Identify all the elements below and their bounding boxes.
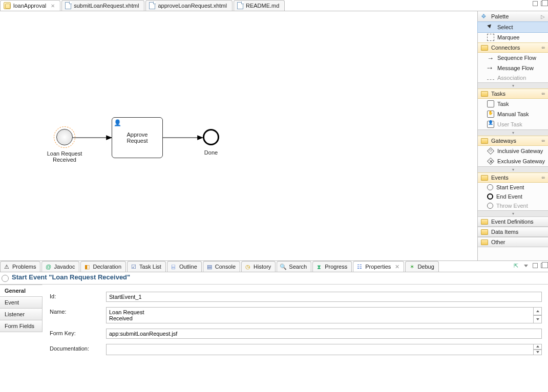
palette-scroll-down[interactable] <box>478 166 548 172</box>
end-event-node[interactable] <box>203 129 219 145</box>
editor-tab-label: submitLoanRequest.xhtml <box>74 3 139 9</box>
documentation-spinner[interactable] <box>534 344 542 355</box>
maximize-icon[interactable] <box>541 1 546 6</box>
file-icon <box>237 2 243 9</box>
editor-tab-readme[interactable]: README.md <box>234 0 285 11</box>
view-menu-button[interactable]: ⇱ <box>512 262 519 269</box>
palette-item-excgw[interactable]: Exclusive Gateway <box>478 156 548 166</box>
palette-item-label: User Task <box>497 121 522 127</box>
formkey-field[interactable] <box>106 329 542 339</box>
palette-item-endevent[interactable]: End Event <box>478 192 548 201</box>
view-tab-declaration[interactable]: ◧Declaration <box>80 261 126 272</box>
palette-item-label: Marquee <box>497 34 519 40</box>
message-flow-icon <box>487 64 494 72</box>
name-label: Name: <box>50 307 106 315</box>
throw-event-icon <box>487 203 493 209</box>
palette-item-label: Message Flow <box>497 65 534 71</box>
palette-item-throwevent[interactable]: Throw Event <box>478 201 548 210</box>
folder-icon <box>481 229 488 235</box>
problems-icon: ⚠ <box>3 263 10 270</box>
view-tab-label: Console <box>215 264 236 270</box>
palette-drawer-gateways[interactable]: Gateways ∞ <box>478 136 548 146</box>
outline-icon: ⌸ <box>170 263 177 270</box>
editor-tab-approveloan[interactable]: approveLoanRequest.xhtml <box>145 0 233 11</box>
folder-icon <box>481 91 488 97</box>
close-icon[interactable]: ✕ <box>51 3 55 9</box>
view-tab-search[interactable]: 🔍Search <box>277 261 311 272</box>
id-field[interactable] <box>106 292 542 302</box>
palette-item-msgflow[interactable]: Message Flow <box>478 63 548 73</box>
marquee-icon <box>487 34 494 41</box>
view-tab-label: Search <box>289 264 307 270</box>
palette-item-manualtask[interactable]: Manual Task <box>478 109 548 119</box>
palette-item-label: Throw Event <box>496 203 528 209</box>
properties-title: Start Event "Loan Request Received" <box>12 274 130 281</box>
name-field[interactable] <box>106 307 534 323</box>
view-tab-label: Task List <box>139 264 161 270</box>
palette-scroll-down[interactable] <box>478 129 548 136</box>
palette-scroll-down[interactable] <box>478 82 548 89</box>
view-tab-history[interactable]: ◷History <box>241 261 276 272</box>
task-icon <box>487 100 494 107</box>
folder-icon <box>481 45 488 51</box>
minimize-icon[interactable] <box>533 263 538 268</box>
view-tab-bar: ⚠Problems @Javadoc ◧Declaration ☑Task Li… <box>0 261 548 272</box>
editor-tab-loanapproval[interactable]: loanApproval ✕ <box>0 0 60 11</box>
properties-tab-formfields[interactable]: Form Fields <box>0 320 43 332</box>
palette-item-label: Association <box>497 75 526 81</box>
palette-item-association[interactable]: Association <box>478 73 548 82</box>
palette-drawer-tasks[interactable]: Tasks ∞ <box>478 89 548 99</box>
task-node-approve[interactable]: 👤 Approve Request <box>112 117 163 158</box>
javadoc-icon: @ <box>45 263 52 270</box>
start-event-icon <box>2 275 9 282</box>
view-tab-tasklist[interactable]: ☑Task List <box>127 261 166 272</box>
palette-item-label: Task <box>497 101 509 107</box>
process-icon <box>4 2 11 9</box>
view-tab-outline[interactable]: ⌸Outline <box>167 261 202 272</box>
palette-tool-marquee[interactable]: Marquee <box>478 32 548 42</box>
palette-item-startevent[interactable]: Start Event <box>478 183 548 192</box>
palette-header[interactable]: Palette ▷ <box>478 11 548 22</box>
file-icon <box>149 2 155 9</box>
file-icon <box>65 2 71 9</box>
minimize-icon[interactable] <box>533 1 538 6</box>
view-tab-label: Javadoc <box>54 264 75 270</box>
palette-drawer-eventdefs[interactable]: Event Definitions <box>478 216 548 227</box>
properties-tab-label: Event <box>5 299 19 306</box>
properties-tab-event[interactable]: Event <box>0 296 43 309</box>
palette-item-usertask[interactable]: User Task <box>478 119 548 129</box>
view-tab-problems[interactable]: ⚠Problems <box>0 261 40 272</box>
editor-tab-label: README.md <box>246 3 279 9</box>
palette-tool-select[interactable]: Select <box>478 22 548 32</box>
palette-item-task[interactable]: Task <box>478 99 548 109</box>
view-tab-label: Debug <box>417 264 434 270</box>
view-tab-progress[interactable]: ⧗Progress <box>312 261 352 272</box>
bpmn-canvas[interactable]: Loan Request Received 👤 Approve Request … <box>0 11 477 260</box>
palette-item-incgw[interactable]: Inclusive Gateway <box>478 146 548 156</box>
properties-tab-general[interactable]: General <box>0 285 43 297</box>
palette-drawer-connectors[interactable]: Connectors ∞ <box>478 42 548 53</box>
formkey-label: Form Key: <box>50 329 106 336</box>
editor-tab-submitloan[interactable]: submitLoanRequest.xhtml <box>61 0 144 11</box>
close-icon[interactable]: ✕ <box>395 264 399 270</box>
palette-drawer-label: Other <box>491 239 505 245</box>
user-task-icon: 👤 <box>114 119 121 126</box>
palette-item-seqflow[interactable]: Sequence Flow <box>478 53 548 63</box>
palette-scroll-down[interactable] <box>478 210 548 216</box>
progress-icon: ⧗ <box>315 263 323 270</box>
start-event-node[interactable] <box>56 129 73 145</box>
properties-tab-label: Form Fields <box>5 323 34 329</box>
view-dropdown-icon[interactable] <box>522 262 530 269</box>
maximize-icon[interactable] <box>541 263 546 268</box>
name-spinner[interactable] <box>534 307 542 323</box>
view-tab-debug[interactable]: ✶Debug <box>405 261 438 272</box>
properties-tab-listener[interactable]: Listener <box>0 308 43 320</box>
palette-item-label: End Event <box>496 193 522 200</box>
palette-drawer-dataitems[interactable]: Data Items <box>478 227 548 237</box>
view-tab-console[interactable]: ▤Console <box>203 261 240 272</box>
palette-drawer-other[interactable]: Other <box>478 237 548 247</box>
view-tab-properties[interactable]: ☷Properties✕ <box>353 261 404 272</box>
documentation-field[interactable] <box>106 344 534 355</box>
palette-drawer-events[interactable]: Events ∞ <box>478 172 548 183</box>
view-tab-javadoc[interactable]: @Javadoc <box>41 261 79 272</box>
